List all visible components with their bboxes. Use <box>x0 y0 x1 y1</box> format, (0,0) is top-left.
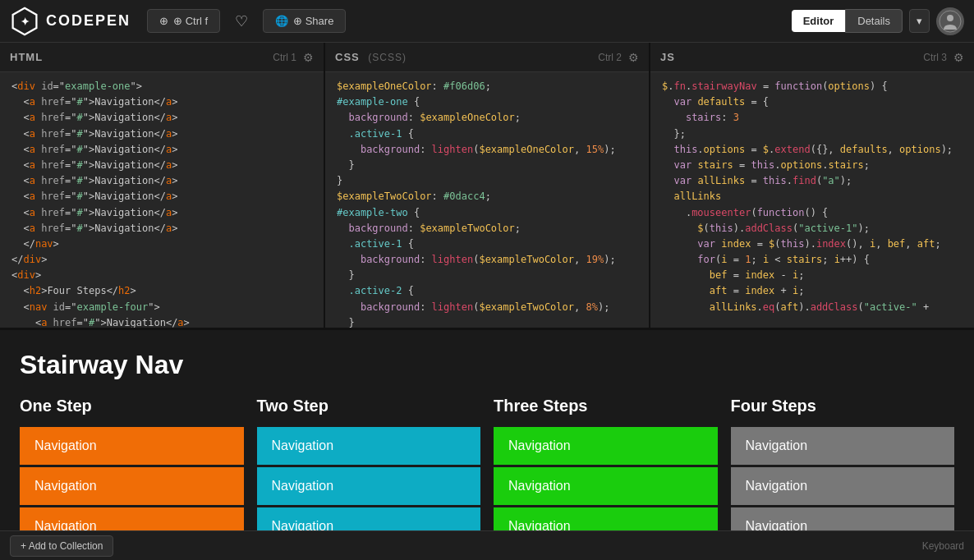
css-panel-header: CSS (SCSS) Ctrl 2 ⚙ <box>325 43 649 72</box>
svg-point-3 <box>947 15 953 21</box>
nav-link[interactable]: Navigation <box>20 507 244 530</box>
nav-link[interactable]: Navigation <box>731 467 955 505</box>
nav-link[interactable]: Navigation <box>494 467 718 505</box>
code-line: } <box>325 268 649 283</box>
code-line: $exampleOneColor: #f06d06; <box>325 79 649 94</box>
js-code-area[interactable]: $.fn.stairwayNav = function(options) { v… <box>650 72 974 328</box>
nav-link[interactable]: Navigation <box>494 507 718 530</box>
share-label: ⊕ Share <box>293 15 333 27</box>
dropdown-arrow-button[interactable]: ▾ <box>909 9 930 33</box>
ctrlf-icon: ⊕ <box>159 15 168 27</box>
heart-button[interactable]: ♡ <box>227 7 256 35</box>
avatar[interactable] <box>936 7 964 35</box>
add-collection-button[interactable]: + Add to Collection <box>10 535 113 557</box>
nav-section-three-title: Three Steps <box>494 397 718 415</box>
code-line: var index = $(this).index(), i, bef, aft… <box>650 236 974 252</box>
code-line: .active-1 { <box>325 126 649 142</box>
code-line: var stairs = this.options.stairs; <box>650 158 974 173</box>
code-panels: HTML Ctrl 1 ⚙ <div id="example-one"> <a … <box>0 43 974 330</box>
code-line: background: lighten($exampleTwoColor, 19… <box>325 252 649 268</box>
html-gear-icon[interactable]: ⚙ <box>303 51 314 64</box>
topbar: ✦ CODEPEN ⊕ ⊕ Ctrl f ♡ 🌐 ⊕ Share Editor … <box>0 0 974 43</box>
details-button[interactable]: Details <box>845 9 903 33</box>
share-button[interactable]: 🌐 ⊕ Share <box>263 9 346 33</box>
preview-wrapper: Stairway Nav One Step Navigation Navigat… <box>0 330 974 530</box>
logo: ✦ CODEPEN <box>10 7 131 36</box>
js-panel-title: JS <box>660 51 675 63</box>
html-ctrl-label: Ctrl 1 <box>273 52 296 63</box>
code-line: .mouseenter(function() { <box>650 205 974 221</box>
code-line: } <box>325 158 649 173</box>
nav-link[interactable]: Navigation <box>731 507 955 530</box>
code-line: $exampleTwoColor: #0dacc4; <box>325 189 649 204</box>
css-panel-ctrl: Ctrl 2 ⚙ <box>598 51 639 64</box>
nav-section-four-title: Four Steps <box>731 397 955 415</box>
code-line: <div id="example-one"> <box>0 79 324 94</box>
nav-link[interactable]: Navigation <box>20 427 244 465</box>
code-line: stairs: 3 <box>650 110 974 126</box>
html-code-area[interactable]: <div id="example-one"> <a href="#">Navig… <box>0 72 324 328</box>
code-line: } <box>325 173 649 189</box>
html-panel-header: HTML Ctrl 1 ⚙ <box>0 43 324 72</box>
keyboard-shortcut-label: Keyboard <box>922 540 964 552</box>
preview-title: Stairway Nav <box>20 350 954 380</box>
share-icon: 🌐 <box>275 15 288 27</box>
nav-link[interactable]: Navigation <box>20 467 244 505</box>
logo-text: CODEPEN <box>46 12 131 30</box>
code-line: } <box>325 315 649 328</box>
nav-link[interactable]: Navigation <box>731 427 955 465</box>
nav-section-one-title: One Step <box>20 397 244 415</box>
code-line: background: lighten($exampleTwoColor, 8%… <box>325 300 649 315</box>
nav-link[interactable]: Navigation <box>257 467 481 505</box>
js-ctrl-label: Ctrl 3 <box>923 52 947 63</box>
code-line: allLinks <box>650 189 974 204</box>
svg-text:✦: ✦ <box>21 16 30 28</box>
ctrlf-label: ⊕ Ctrl f <box>173 15 208 27</box>
code-line: $.fn.stairwayNav = function(options) { <box>650 79 974 94</box>
code-line: <a href="#">Navigation</a> <box>0 221 324 236</box>
html-panel: HTML Ctrl 1 ⚙ <div id="example-one"> <a … <box>0 43 325 328</box>
code-line: <a href="#">Navigation</a> <box>0 205 324 221</box>
preview-area[interactable]: Stairway Nav One Step Navigation Navigat… <box>0 330 974 530</box>
ctrlf-button[interactable]: ⊕ ⊕ Ctrl f <box>147 9 220 33</box>
code-line: <a href="#">Navigation</a> <box>0 142 324 158</box>
nav-section-one-step: One Step Navigation Navigation Navigatio… <box>20 397 244 530</box>
code-line: $(this).addClass("active-1"); <box>650 221 974 236</box>
code-line: background: lighten($exampleOneColor, 15… <box>325 142 649 158</box>
code-line: <a href="#">Navigation</a> <box>0 126 324 142</box>
css-gear-icon[interactable]: ⚙ <box>628 51 639 64</box>
code-line: </nav> <box>0 236 324 252</box>
code-line: <div> <box>0 268 324 283</box>
js-panel-header: JS Ctrl 3 ⚙ <box>650 43 974 72</box>
preview-content: Stairway Nav One Step Navigation Navigat… <box>0 330 974 530</box>
code-line: <a href="#">Navigation</a> <box>0 189 324 204</box>
nav-section-three-steps: Three Steps Navigation Navigation Naviga… <box>494 397 718 530</box>
code-line: <nav id="example-four"> <box>0 300 324 315</box>
nav-section-two-step: Two Step Navigation Navigation Navigatio… <box>257 397 481 530</box>
code-line: background: $exampleOneColor; <box>325 110 649 126</box>
code-line: #example-two { <box>325 205 649 221</box>
css-ctrl-label: Ctrl 2 <box>598 52 622 63</box>
code-line: var allLinks = this.find("a"); <box>650 173 974 189</box>
nav-sections: One Step Navigation Navigation Navigatio… <box>20 397 954 530</box>
html-panel-ctrl: Ctrl 1 ⚙ <box>273 51 314 64</box>
code-line: bef = index - i; <box>650 268 974 283</box>
editor-button[interactable]: Editor <box>792 10 846 32</box>
avatar-icon <box>939 10 962 33</box>
css-panel-title: CSS (SCSS) <box>335 51 407 63</box>
logo-icon: ✦ <box>10 7 39 36</box>
code-line: background: $exampleTwoColor; <box>325 221 649 236</box>
html-panel-title: HTML <box>10 51 43 63</box>
nav-link[interactable]: Navigation <box>494 427 718 465</box>
nav-link[interactable]: Navigation <box>257 427 481 465</box>
code-line: #example-one { <box>325 94 649 110</box>
nav-link[interactable]: Navigation <box>257 507 481 530</box>
js-panel: JS Ctrl 3 ⚙ $.fn.stairwayNav = function(… <box>650 43 974 328</box>
js-gear-icon[interactable]: ⚙ <box>953 51 964 64</box>
code-line: for(i = 1; i < stairs; i++) { <box>650 252 974 268</box>
css-code-area[interactable]: $exampleOneColor: #f06d06; #example-one … <box>325 72 649 328</box>
bottombar: + Add to Collection Keyboard <box>0 530 974 560</box>
code-line: .active-1 { <box>325 236 649 252</box>
code-line: <a href="#">Navigation</a> <box>0 158 324 173</box>
code-line: allLinks.eq(aft).addClass("active-" + <box>650 300 974 315</box>
